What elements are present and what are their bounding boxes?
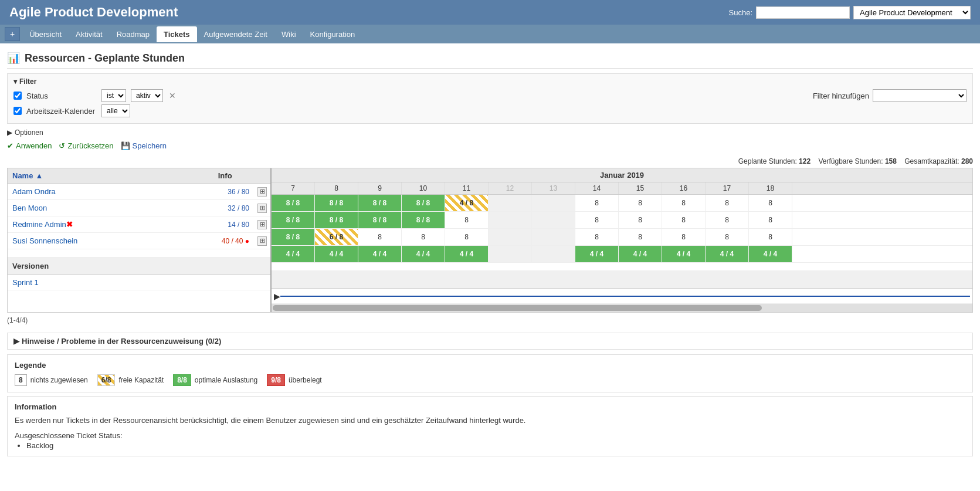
gantt-cell [489, 229, 532, 245]
redmine-error-icon: ✖ [66, 220, 73, 229]
filter-calendar-label: Arbeitszeit-Kalender [26, 107, 97, 116]
scrollbar-thumb[interactable] [273, 305, 762, 311]
gantt-cell: 8 [402, 229, 445, 245]
gantt-cell: 8 [619, 212, 662, 228]
user-icons-susi: ⊞ [254, 236, 270, 246]
gantt-cell [532, 212, 575, 228]
table-row: Ben Moon 32 / 80 ⊞ [8, 200, 270, 216]
gantt-cell: 8 / 8 [272, 212, 315, 228]
resource-container: Name ▲ Info Adam Ondra 36 / 80 ⊞ Ben Moo… [7, 168, 973, 313]
gantt-versionen-section [272, 271, 972, 289]
chart-icon: 📊 [7, 52, 20, 65]
pagination-line: (1-4/4) [7, 313, 973, 328]
filter-status-clear[interactable]: ✕ [168, 91, 177, 100]
gantt-user-row: 4 / 44 / 44 / 44 / 44 / 44 / 44 / 44 / 4… [272, 246, 972, 263]
page-title: Ressourcen - Geplante Stunden [25, 52, 185, 65]
total-value: 280 [961, 157, 973, 165]
project-select[interactable]: Agile Product Development [853, 6, 971, 19]
reset-icon: ↺ [59, 141, 65, 150]
gantt-cell: 4 / 4 [619, 246, 662, 262]
user-hours-adam: 36 / 80 [169, 185, 254, 198]
user-name-susi[interactable]: Susi Sonnenschein [8, 234, 169, 248]
gantt-cell: 8 [706, 229, 749, 245]
sprint1-link[interactable]: Sprint 1 [12, 278, 39, 287]
gantt-cell: 8 / 8 [315, 195, 358, 211]
table-row: Adam Ondra 36 / 80 ⊞ [8, 184, 270, 200]
save-button[interactable]: 💾 Speichern [121, 141, 167, 150]
search-input[interactable] [756, 6, 850, 19]
user-icon-ben[interactable]: ⊞ [257, 204, 267, 213]
info-text2: Ausgeschlossene Ticket Status: [15, 430, 965, 442]
legende-desc: nichts zugewiesen [30, 376, 88, 384]
gantt-cell: 8 [706, 212, 749, 228]
user-name-redmine[interactable]: Redmine Admin✖ [8, 218, 169, 231]
nav-add-button[interactable]: + [5, 27, 20, 41]
options-toggle[interactable]: ▶ Optionen [7, 127, 973, 138]
gantt-cell: 4 / 4 [575, 246, 619, 262]
planned-value: 122 [799, 157, 811, 165]
gantt-user-row: 8 / 88 / 88 / 88 / 84 / 888888 [272, 195, 972, 212]
separator-row [8, 249, 270, 258]
user-name-adam[interactable]: Adam Ondra [8, 185, 169, 198]
legende-title: Legende [15, 361, 965, 370]
filter-calendar-checkbox[interactable] [13, 107, 22, 115]
hinweise-toggle[interactable]: ▶ Hinweise / Probleme in der Ressourcenz… [13, 337, 967, 346]
reset-button[interactable]: ↺ Zurücksetzen [59, 141, 113, 150]
table-header: Name ▲ Info [8, 168, 270, 184]
hinweise-section: ▶ Hinweise / Probleme in der Ressourcenz… [7, 333, 973, 350]
gantt-month-header: Januar 2019 789101112131415161718 [272, 168, 972, 195]
legende-item: 6/8freie Kapazität [97, 374, 164, 386]
gantt-cell: 4 / 4 [662, 246, 706, 262]
gantt-cell: 8 [575, 195, 619, 211]
gantt-day-7: 7 [272, 182, 315, 194]
sprint-timeline [280, 296, 970, 297]
gantt-cell: 6 / 8 [315, 229, 358, 245]
filter-calendar-value[interactable]: alle [101, 104, 130, 117]
nav-item-roadmap[interactable]: Roadmap [110, 26, 157, 42]
filter-row-1: Status ist aktiv ✕ Filter hinzufügen [13, 89, 967, 102]
nav-item-aufgewendete[interactable]: Aufgewendete Zeit [197, 26, 274, 42]
nav-item-wiki[interactable]: Wiki [274, 26, 303, 42]
gantt-cell: 4 / 4 [706, 246, 749, 262]
gantt-cell [532, 246, 575, 262]
legende-box: 8 [15, 374, 27, 386]
nav-item-ubersicht[interactable]: Übersicht [22, 26, 69, 42]
info-title: Information [15, 402, 965, 411]
user-icon-adam[interactable]: ⊞ [257, 187, 267, 197]
filter-row-2: Arbeitszeit-Kalender alle [13, 104, 967, 117]
apply-button[interactable]: ✔ Anwenden [7, 141, 52, 150]
filter-status-operator[interactable]: ist [101, 89, 126, 102]
options-arrow: ▶ [7, 128, 12, 137]
filter-status-value[interactable]: aktiv [131, 89, 163, 102]
gantt-cell: 4 / 4 [358, 246, 402, 262]
gantt-cell [489, 246, 532, 262]
gantt-day-14: 14 [575, 182, 619, 194]
gantt-day-16: 16 [662, 182, 706, 194]
gantt-cell: 8 / 8 [358, 195, 402, 211]
user-name-ben[interactable]: Ben Moon [8, 201, 169, 215]
col-name-header[interactable]: Name ▲ [8, 168, 179, 183]
filter-status-checkbox[interactable] [13, 92, 22, 100]
nav-item-tickets[interactable]: Tickets [157, 26, 197, 42]
user-icon-susi[interactable]: ⊞ [257, 236, 267, 246]
user-icon-redmine[interactable]: ⊞ [257, 220, 267, 229]
filter-toggle-arrow: ▾ [13, 77, 17, 86]
user-hours-redmine: 14 / 80 [169, 218, 254, 231]
filter-toggle[interactable]: ▾ Filter [13, 77, 967, 86]
gantt-user-row: 8 / 88 / 88 / 88 / 8888888 [272, 212, 972, 229]
gantt-cell: 8 [445, 229, 489, 245]
hinweise-arrow: ▶ [13, 337, 19, 346]
gantt-cell: 8 [749, 212, 792, 228]
legende-desc: überbelegt [289, 376, 322, 384]
gantt-scrollbar[interactable] [272, 304, 972, 312]
nav-item-konfiguration[interactable]: Konfiguration [303, 26, 362, 42]
nav-item-aktivitat[interactable]: Aktivität [69, 26, 110, 42]
gantt-day-15: 15 [619, 182, 662, 194]
gantt-cell: 8 [445, 212, 489, 228]
available-label: Verfügbare Stunden: [818, 157, 883, 165]
gantt-cell [532, 195, 575, 211]
col-info-header: Info [179, 168, 270, 183]
legende-item: 8nichts zugewiesen [15, 374, 88, 386]
filter-add-select[interactable] [873, 89, 967, 102]
legende-item: 9/8überbelegt [267, 374, 321, 386]
